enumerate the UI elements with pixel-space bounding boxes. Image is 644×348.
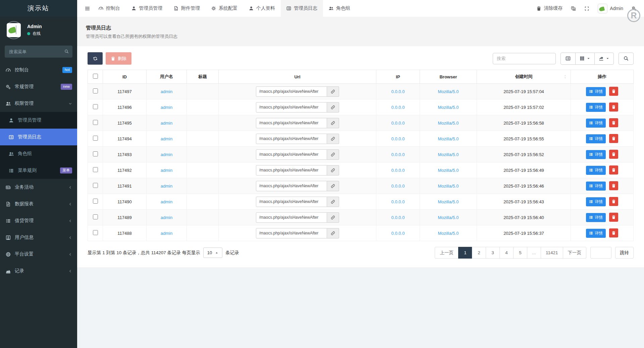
cell-ip-link[interactable]: 0.0.0.0 [391, 121, 405, 126]
clear-cache-button[interactable]: 清除缓存 [536, 5, 562, 11]
cell-ip-link[interactable]: 0.0.0.0 [391, 168, 405, 173]
sidebar-item[interactable]: 借贷管理 [0, 212, 77, 229]
cell-ip-link[interactable]: 0.0.0.0 [391, 231, 405, 236]
cell-url-input[interactable] [256, 212, 327, 223]
cell-username-link[interactable]: admin [161, 215, 172, 220]
row-checkbox[interactable] [93, 183, 98, 188]
next-page-button[interactable]: 下一页 [563, 247, 587, 259]
detail-button[interactable]: 详情 [586, 229, 606, 238]
cell-ip-link[interactable]: 0.0.0.0 [391, 89, 405, 94]
sidebar-item[interactable]: 管理员日志 [0, 129, 77, 145]
detail-button[interactable]: 详情 [586, 150, 606, 159]
columns-button[interactable] [575, 53, 595, 65]
cell-ip-link[interactable]: 0.0.0.0 [391, 184, 405, 189]
delete-row-button[interactable] [609, 165, 618, 175]
sidebar-item[interactable]: 平台设置 [0, 246, 77, 263]
cell-ip-link[interactable]: 0.0.0.0 [391, 136, 405, 141]
cell-url-input[interactable] [256, 197, 327, 207]
row-checkbox[interactable] [93, 151, 98, 156]
nav-tab[interactable]: 附件管理 [168, 0, 206, 17]
url-link-button[interactable] [327, 181, 339, 191]
cell-username-link[interactable]: admin [161, 152, 172, 157]
sidebar-item[interactable]: 控制台 hot [0, 62, 77, 78]
delete-row-button[interactable] [609, 102, 618, 112]
fullscreen-icon[interactable] [584, 6, 589, 11]
table-search-input[interactable] [493, 53, 556, 64]
url-link-button[interactable] [327, 165, 339, 176]
url-link-button[interactable] [327, 102, 339, 113]
page-button[interactable]: 3 [486, 247, 500, 259]
cell-browser-link[interactable]: Mozilla/5.0 [438, 199, 459, 204]
cell-url-input[interactable] [256, 181, 327, 191]
url-link-button[interactable] [327, 197, 339, 207]
sidebar-item[interactable]: 权限管理 [0, 95, 77, 112]
page-button[interactable]: 1 [458, 247, 472, 259]
cell-url-input[interactable] [256, 228, 327, 238]
sidebar-item[interactable]: 用户信息 [0, 229, 77, 246]
page-size-dropdown[interactable]: 10 [203, 248, 222, 258]
sidebar-item[interactable]: 业务活动 [0, 179, 77, 196]
row-checkbox[interactable] [93, 120, 98, 125]
sidebar-item[interactable]: 数据报表 [0, 196, 77, 212]
detail-button[interactable]: 详情 [586, 103, 606, 112]
cell-browser-link[interactable]: Mozilla/5.0 [438, 136, 459, 141]
page-button[interactable]: 5 [513, 247, 527, 259]
select-all-checkbox[interactable] [93, 74, 98, 79]
url-link-button[interactable] [327, 118, 339, 128]
nav-tab[interactable]: 控制台 [93, 0, 126, 17]
cell-ip-link[interactable]: 0.0.0.0 [391, 152, 405, 157]
cell-browser-link[interactable]: Mozilla/5.0 [438, 184, 459, 189]
menu-search-input[interactable] [5, 46, 72, 58]
nav-tab[interactable]: 系统配置 [206, 0, 243, 17]
cell-username-link[interactable]: admin [161, 168, 172, 173]
delete-row-button[interactable] [609, 87, 618, 96]
url-link-button[interactable] [327, 228, 339, 238]
cell-ip-link[interactable]: 0.0.0.0 [391, 199, 405, 204]
url-link-button[interactable] [327, 134, 339, 144]
detail-view-button[interactable] [560, 53, 576, 65]
cell-url-input[interactable] [256, 86, 327, 97]
jump-button[interactable]: 跳转 [615, 247, 634, 259]
url-link-button[interactable] [327, 212, 339, 223]
cell-url-input[interactable] [256, 165, 327, 176]
delete-row-button[interactable] [609, 197, 618, 206]
detail-button[interactable]: 详情 [586, 119, 606, 128]
row-checkbox[interactable] [93, 88, 98, 93]
delete-row-button[interactable] [609, 181, 618, 190]
row-checkbox[interactable] [93, 230, 98, 235]
brand-title[interactable]: 演示站 [0, 0, 77, 17]
language-icon[interactable] [571, 6, 576, 11]
search-toggle-button[interactable] [619, 53, 634, 65]
row-checkbox[interactable] [93, 167, 98, 172]
delete-row-button[interactable] [609, 150, 618, 159]
cell-browser-link[interactable]: Mozilla/5.0 [438, 89, 459, 94]
cell-browser-link[interactable]: Mozilla/5.0 [438, 168, 459, 173]
cell-browser-link[interactable]: Mozilla/5.0 [438, 121, 459, 126]
cell-username-link[interactable]: admin [161, 121, 172, 126]
delete-row-button[interactable] [609, 213, 618, 222]
cell-url-input[interactable] [256, 102, 327, 113]
cell-browser-link[interactable]: Mozilla/5.0 [438, 152, 459, 157]
detail-button[interactable]: 详情 [586, 87, 606, 96]
cell-url-input[interactable] [256, 134, 327, 144]
cell-username-link[interactable]: admin [161, 231, 172, 236]
admin-dropdown[interactable]: Admin [598, 4, 623, 13]
detail-button[interactable]: 详情 [586, 134, 606, 143]
delete-row-button[interactable] [609, 228, 618, 237]
sidebar-item[interactable]: 管理员管理 [0, 112, 77, 129]
detail-button[interactable]: 详情 [586, 182, 606, 191]
cell-username-link[interactable]: admin [161, 105, 172, 110]
delete-row-button[interactable] [609, 134, 618, 143]
cell-username-link[interactable]: admin [161, 89, 172, 94]
page-button[interactable]: 2 [472, 247, 486, 259]
detail-button[interactable]: 详情 [586, 213, 606, 222]
cell-url-input[interactable] [256, 118, 327, 128]
detail-button[interactable]: 详情 [586, 197, 606, 206]
sidebar-item[interactable]: 菜单规则 菜单 [0, 162, 77, 179]
url-link-button[interactable] [327, 86, 339, 97]
row-checkbox[interactable] [93, 104, 98, 109]
menu-toggle-icon[interactable] [85, 6, 90, 11]
delete-button[interactable]: 删除 [106, 52, 131, 65]
nav-tab[interactable]: 管理员管理 [126, 0, 168, 17]
cell-browser-link[interactable]: Mozilla/5.0 [438, 231, 459, 236]
